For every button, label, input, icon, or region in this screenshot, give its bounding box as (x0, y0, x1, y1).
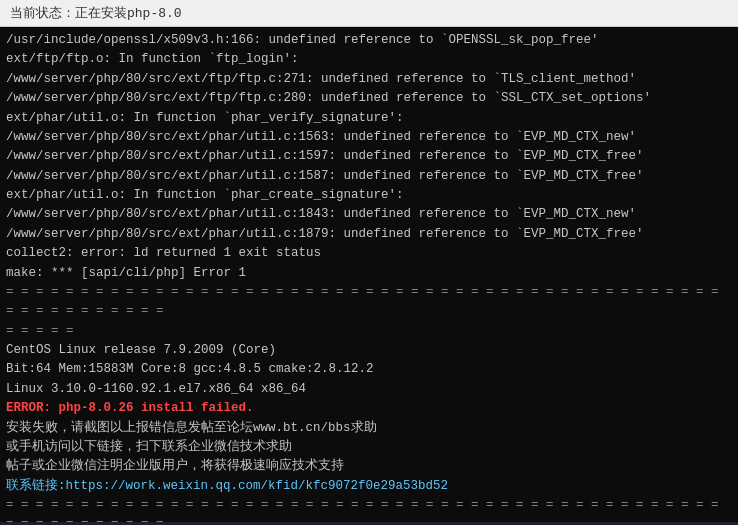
terminal-line: ERROR: php-8.0.26 install failed. (6, 399, 732, 418)
terminal-output: /usr/include/openssl/x509v3.h:166: undef… (0, 27, 738, 522)
terminal-line: 帖子或企业微信注明企业版用户，将获得极速响应技术支持 (6, 457, 732, 476)
terminal-line: 或手机访问以下链接，扫下联系企业微信技术求助 (6, 438, 732, 457)
terminal-line: = = = = = = = = = = = = = = = = = = = = … (6, 496, 732, 522)
terminal-line: /www/server/php/80/src/ext/phar/util.c:1… (6, 225, 732, 244)
terminal-line: /usr/include/openssl/x509v3.h:166: undef… (6, 31, 732, 50)
status-value: 正在安装php-8.0 (75, 6, 182, 21)
terminal-line: CentOS Linux release 7.9.2009 (Core) (6, 341, 732, 360)
terminal-line: ext/phar/util.o: In function `phar_verif… (6, 109, 732, 128)
terminal-line: Bit:64 Mem:15883M Core:8 gcc:4.8.5 cmake… (6, 360, 732, 379)
status-label: 当前状态： (10, 6, 75, 21)
terminal-line: ext/phar/util.o: In function `phar_creat… (6, 186, 732, 205)
terminal-line: /www/server/php/80/src/ext/phar/util.c:1… (6, 147, 732, 166)
terminal-line: /www/server/php/80/src/ext/phar/util.c:1… (6, 205, 732, 224)
terminal-line: make: *** [sapi/cli/php] Error 1 (6, 264, 732, 283)
terminal-line: /www/server/php/80/src/ext/phar/util.c:1… (6, 128, 732, 147)
terminal-line: = = = = = = = = = = = = = = = = = = = = … (6, 283, 732, 322)
terminal-line: Linux 3.10.0-1160.92.1.el7.x86_64 x86_64 (6, 380, 732, 399)
status-bar: 当前状态：正在安装php-8.0 (0, 0, 738, 27)
terminal-line: 联系链接:https://work.weixin.qq.com/kfid/kfc… (6, 477, 732, 496)
terminal-line: /www/server/php/80/src/ext/ftp/ftp.c:280… (6, 89, 732, 108)
terminal-line: collect2: error: ld returned 1 exit stat… (6, 244, 732, 263)
terminal-line: 安装失败，请截图以上报错信息发帖至论坛www.bt.cn/bbs求助 (6, 419, 732, 438)
terminal-line: /www/server/php/80/src/ext/ftp/ftp.c:271… (6, 70, 732, 89)
terminal-line: /www/server/php/80/src/ext/phar/util.c:1… (6, 167, 732, 186)
terminal-line: = = = = = (6, 322, 732, 341)
terminal-line: ext/ftp/ftp.o: In function `ftp_login': (6, 50, 732, 69)
